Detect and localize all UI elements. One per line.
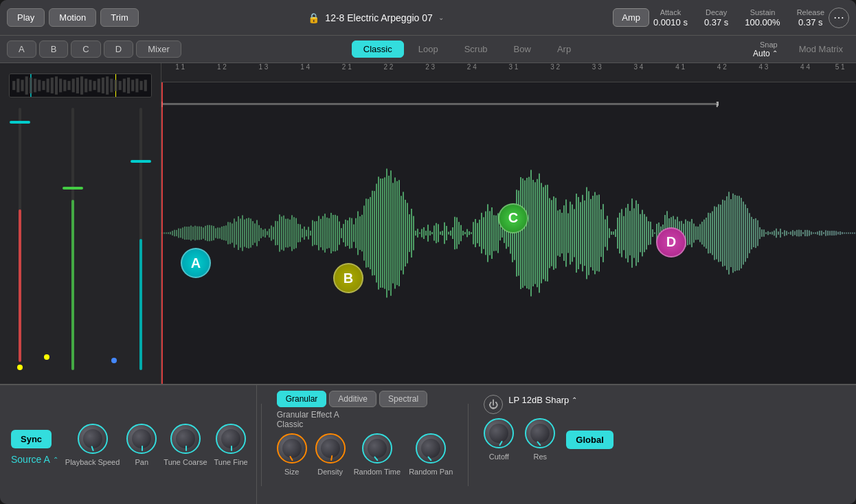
track-col-a <box>9 104 31 370</box>
cutoff-knob[interactable] <box>484 418 514 448</box>
dot-blue[interactable] <box>111 358 117 363</box>
tab-bow[interactable]: Bow <box>502 41 543 58</box>
tune-fine-group: Tune Fine <box>214 424 248 466</box>
sample-name-text: 12-8 Electric Arpeggio 07 <box>325 12 432 23</box>
tab-classic[interactable]: Classic <box>352 41 404 58</box>
random-pan-knob[interactable] <box>416 433 446 463</box>
waveform-canvas[interactable]: A B C D <box>161 82 856 384</box>
snap-value[interactable]: Auto ⌃ <box>753 49 778 58</box>
marker-d[interactable]: D <box>656 227 686 257</box>
source-name[interactable]: Source A ⌃ <box>11 454 58 465</box>
tab-scrub[interactable]: Scrub <box>453 41 499 58</box>
track-handle-a[interactable] <box>10 121 30 124</box>
size-group: Size <box>277 433 307 476</box>
tab-c[interactable]: C <box>71 41 100 58</box>
tab-a[interactable]: A <box>7 41 36 58</box>
ruler-mark-22: 2 2 <box>384 63 394 71</box>
waveform-section: 1 1 1 2 1 3 1 4 2 1 2 2 2 3 2 4 3 1 3 2 … <box>0 63 856 384</box>
svg-rect-31 <box>131 80 134 91</box>
snap-chevron-icon: ⌃ <box>772 49 778 57</box>
granular-tab[interactable]: Granular <box>277 391 327 407</box>
svg-rect-7 <box>30 78 32 93</box>
random-pan-label: Random Pan <box>409 468 453 476</box>
more-button[interactable]: ⋯ <box>829 8 849 28</box>
filter-name[interactable]: LP 12dB Sharp ⌃ <box>508 395 577 405</box>
svg-rect-11 <box>47 79 49 93</box>
power-icon: ⏻ <box>488 399 498 410</box>
amp-button[interactable]: Amp <box>613 8 649 27</box>
playhead[interactable] <box>161 82 163 384</box>
svg-rect-23 <box>98 79 100 93</box>
tab-b[interactable]: B <box>39 41 69 58</box>
tab-mixer[interactable]: Mixer <box>136 41 181 58</box>
loop-bracket-right <box>717 102 719 106</box>
random-time-group: Random Time <box>354 433 401 476</box>
track-handle-c[interactable] <box>63 187 83 190</box>
mod-matrix-button[interactable]: Mod Matrix <box>793 41 849 58</box>
release-param: Release 0.37 s <box>797 8 824 27</box>
tune-fine-knob[interactable] <box>216 424 246 454</box>
tune-coarse-knob[interactable] <box>170 424 201 454</box>
left-panel-content <box>5 70 155 377</box>
svg-rect-3 <box>12 81 15 90</box>
decay-label: Decay <box>706 8 727 16</box>
additive-tab[interactable]: Additive <box>329 391 376 407</box>
snap-control[interactable]: Snap Auto ⌃ <box>753 41 778 58</box>
pan-knob[interactable] <box>126 424 157 454</box>
sample-chevron-icon[interactable]: ⌄ <box>438 14 444 21</box>
power-button[interactable]: ⏻ <box>484 395 503 414</box>
ruler-mark-31: 3 1 <box>509 63 519 71</box>
ruler-mark-43: 4 3 <box>758 63 768 71</box>
global-button[interactable]: Global <box>566 431 613 449</box>
sync-button[interactable]: Sync <box>11 430 52 448</box>
ruler-mark-51: 5 1 <box>835 63 845 71</box>
tab-loop[interactable]: Loop <box>407 41 450 58</box>
spectral-tab[interactable]: Spectral <box>379 391 427 407</box>
effect-title: Granular Effect A <box>277 410 339 420</box>
granular-top: Granular Additive Spectral Granular Effe… <box>277 391 427 429</box>
tab-d[interactable]: D <box>104 41 133 58</box>
tune-coarse-group: Tune Coarse <box>164 424 207 466</box>
density-tick <box>330 455 333 461</box>
track-handle-d[interactable] <box>131 160 151 163</box>
attack-value: 0.0010 s <box>653 17 688 27</box>
svg-rect-20 <box>85 79 87 93</box>
waveform-svg <box>161 82 856 384</box>
svg-rect-19 <box>80 76 83 94</box>
svg-rect-34 <box>144 80 147 91</box>
svg-rect-24 <box>102 78 104 93</box>
res-knob[interactable] <box>525 418 555 448</box>
filter-section: ⏻ LP 12dB Sharp ⌃ Cutoff <box>473 385 624 504</box>
tab-arp[interactable]: Arp <box>545 41 583 58</box>
sustain-param: Sustain 100.00% <box>745 8 780 27</box>
svg-rect-28 <box>119 81 122 90</box>
ruler-mark-24: 2 4 <box>467 63 477 71</box>
playback-speed-knob[interactable] <box>78 424 108 454</box>
sustain-value: 100.00% <box>745 17 780 27</box>
track-col-dot <box>103 104 125 370</box>
tune-fine-tick <box>231 446 232 451</box>
size-knob[interactable] <box>277 433 307 463</box>
second-toolbar: A B C D Mixer Classic Loop Scrub Bow Arp… <box>0 36 856 63</box>
pan-group: Pan <box>126 424 157 466</box>
ruler-mark-11: 1 1 <box>175 63 185 71</box>
dot-a1[interactable] <box>17 365 23 370</box>
density-knob[interactable] <box>315 433 346 463</box>
ruler-mark-41: 4 1 <box>675 63 685 71</box>
filter-chevron-icon: ⌃ <box>572 396 577 404</box>
motion-button[interactable]: Motion <box>49 8 96 27</box>
sample-name-container: 🔒 12-8 Electric Arpeggio 07 ⌄ <box>143 12 609 23</box>
attack-param: Attack 0.0010 s <box>653 8 688 27</box>
envelope-params: Attack 0.0010 s Decay 0.37 s Sustain 100… <box>653 8 824 27</box>
marker-c[interactable]: C <box>498 203 528 233</box>
play-button[interactable]: Play <box>7 8 45 27</box>
effect-subtitle: Classic <box>277 420 427 429</box>
ruler-mark-33: 3 3 <box>592 63 602 71</box>
waveform-main[interactable]: 1 1 1 2 1 3 1 4 2 1 2 2 2 3 2 4 3 1 3 2 … <box>161 63 856 384</box>
trim-button[interactable]: Trim <box>100 8 139 27</box>
dot-b1[interactable] <box>44 354 49 360</box>
svg-rect-13 <box>55 76 58 94</box>
snap-and-mod: Snap Auto ⌃ Mod Matrix <box>753 41 849 58</box>
effect-title-row: Granular Effect A <box>277 410 427 420</box>
random-time-knob[interactable] <box>362 433 392 463</box>
